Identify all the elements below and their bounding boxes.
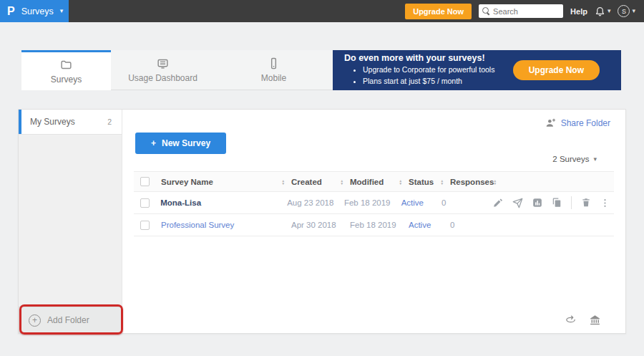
new-survey-button[interactable]: + New Survey (135, 133, 226, 154)
share-folder-label: Share Folder (561, 118, 610, 128)
chevron-down-icon: ▾ (593, 156, 597, 163)
send-plane-icon[interactable] (512, 198, 523, 208)
table-row: Mona-Lisa Aug 23 2018 Feb 18 2019 Active… (134, 192, 614, 214)
folders-sidebar: My Surveys 2 + Add Folder (19, 110, 122, 333)
tab-strip: Surveys Usage Dashboard Mobile Do even m… (21, 50, 621, 90)
sidebar-empty-area (19, 134, 122, 307)
tab-label: Mobile (261, 73, 286, 83)
survey-list-area: Share Folder + New Survey 2 Surveys ▾ Su… (122, 110, 625, 333)
tab-label: Surveys (51, 74, 82, 85)
survey-count-label: 2 Surveys (552, 155, 589, 163)
report-chart-icon[interactable] (532, 198, 542, 208)
archive-bank-icon[interactable] (589, 314, 601, 326)
sort-icon[interactable]: ▴▾ (341, 179, 343, 185)
chevron-down-icon: ▾ (608, 8, 611, 14)
account-menu[interactable]: S ▾ (618, 5, 635, 17)
folder-label: My Surveys (30, 117, 75, 127)
chevron-down-icon: ▾ (60, 8, 64, 14)
promo-banner: Do even more with your surveys! Upgrade … (333, 50, 621, 90)
topbar-actions: Upgrade Now Help ▾ S ▾ (405, 0, 644, 22)
table-header-row: Survey Name ▴▾ Created ▴▾ Modified ▴▾ St… (134, 171, 614, 192)
sidebar-item-my-surveys[interactable]: My Surveys 2 (19, 110, 122, 134)
promo-title: Do even more with your surveys! (344, 53, 494, 63)
sort-icon[interactable]: ▴▾ (441, 179, 443, 185)
folder-count-badge: 2 (107, 117, 112, 126)
column-header-created: Created (291, 178, 322, 186)
top-bar: P Surveys ▾ Upgrade Now Help ▾ S ▾ (0, 0, 644, 22)
search-input[interactable] (493, 7, 560, 16)
add-folder-area: + Add Folder (19, 307, 122, 333)
share-person-icon (545, 117, 556, 129)
row-checkbox[interactable] (140, 221, 150, 230)
column-header-survey-name: Survey Name (161, 178, 213, 186)
promo-text: Do even more with your surveys! Upgrade … (344, 53, 494, 87)
status-badge[interactable]: Active (409, 221, 431, 229)
help-link[interactable]: Help (570, 7, 587, 16)
upgrade-now-button[interactable]: Upgrade Now (405, 4, 472, 19)
created-date: Aug 23 2018 (287, 198, 333, 207)
survey-name-link[interactable]: Professional Survey (161, 221, 234, 229)
promo-bullet: Plans start at just $75 / month (363, 76, 494, 87)
banner-upgrade-button[interactable]: Upgrade Now (513, 60, 600, 80)
mobile-icon (268, 57, 280, 69)
surveys-table: Survey Name ▴▾ Created ▴▾ Modified ▴▾ St… (134, 171, 614, 236)
promo-bullet: Upgrade to Corporate for powerful tools (363, 64, 494, 76)
share-folder-link[interactable]: Share Folder (545, 117, 610, 129)
created-date: Apr 30 2018 (291, 221, 336, 229)
notifications-menu[interactable]: ▾ (595, 6, 611, 16)
promo-bullet-list: Upgrade to Corporate for powerful tools … (363, 64, 494, 87)
surveys-panel: My Surveys 2 + Add Folder Share Folder +… (18, 109, 626, 334)
survey-count-dropdown[interactable]: 2 Surveys ▾ (552, 155, 597, 163)
sync-loop-icon[interactable] (565, 314, 577, 326)
more-kebab-icon[interactable] (600, 198, 610, 208)
add-folder-label: Add Folder (47, 315, 89, 325)
actions-divider (571, 196, 572, 209)
column-header-status: Status (409, 178, 434, 186)
row-checkbox[interactable] (140, 198, 150, 208)
tab-mobile[interactable]: Mobile (215, 50, 333, 90)
chevron-down-icon: ▾ (632, 8, 635, 14)
responses-count: 0 (441, 198, 446, 207)
plus-icon: + (151, 138, 156, 148)
brand-logo: P (7, 6, 15, 17)
column-header-responses: Responses (450, 178, 494, 186)
sort-icon[interactable]: ▴▾ (399, 179, 401, 185)
bell-icon (595, 6, 605, 16)
tab-usage-dashboard[interactable]: Usage Dashboard (111, 50, 215, 90)
app-switcher[interactable]: P Surveys ▾ (0, 0, 69, 22)
tab-surveys[interactable]: Surveys (21, 50, 111, 90)
delete-trash-icon[interactable] (581, 198, 591, 208)
modified-date: Feb 18 2019 (350, 221, 396, 229)
status-badge[interactable]: Active (401, 198, 424, 207)
modified-date: Feb 18 2019 (344, 198, 391, 207)
select-all-checkbox[interactable] (140, 177, 150, 186)
app-menu-label: Surveys (21, 6, 54, 16)
sort-icon[interactable]: ▴▾ (494, 179, 496, 185)
sort-icon[interactable]: ▴▾ (282, 179, 284, 185)
table-row: Professional Survey Apr 30 2018 Feb 18 2… (134, 214, 614, 236)
survey-name-link[interactable]: Mona-Lisa (160, 198, 201, 207)
add-folder-button[interactable]: + Add Folder (19, 307, 122, 333)
search-box[interactable] (479, 4, 563, 18)
new-survey-label: New Survey (162, 138, 210, 148)
search-icon (482, 7, 490, 15)
responses-count: 0 (450, 221, 454, 229)
panel-footer-icons (565, 314, 601, 326)
avatar: S (618, 5, 630, 17)
tab-label: Usage Dashboard (128, 73, 197, 83)
folder-icon (60, 59, 72, 71)
column-header-modified: Modified (350, 178, 384, 186)
dashboard-icon (157, 57, 169, 69)
edit-pencil-icon[interactable] (493, 198, 503, 208)
add-circle-icon: + (29, 314, 41, 327)
copy-icon[interactable] (552, 198, 562, 208)
